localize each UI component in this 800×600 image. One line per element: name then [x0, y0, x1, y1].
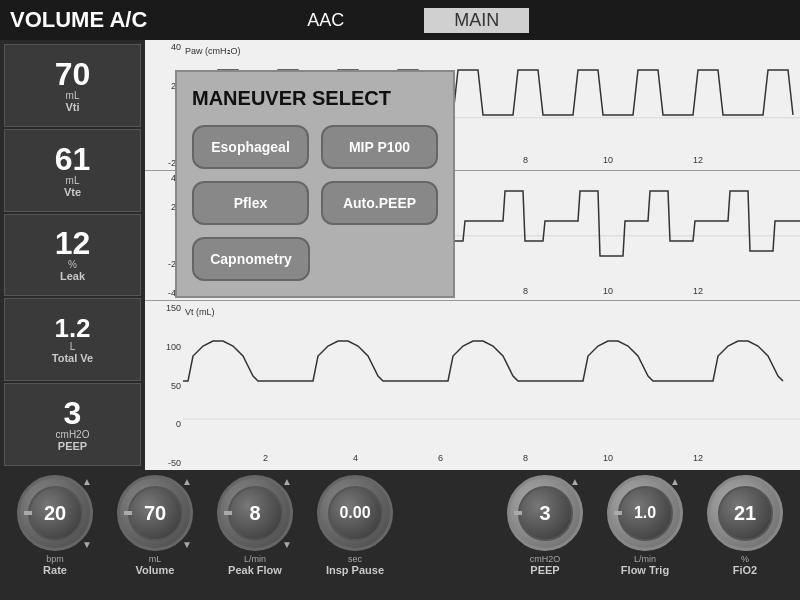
rate-down-arrow[interactable]: ▼ — [82, 539, 92, 550]
maneuver-title: MANEUVER SELECT — [192, 87, 438, 110]
vte-value: 61 — [55, 143, 91, 175]
volume-up-arrow[interactable]: ▲ — [182, 476, 192, 487]
charts-area: 40200-20 Paw (cmH₂O) 2 4 6 8 10 12 40200… — [145, 40, 800, 470]
svg-text:4: 4 — [353, 454, 358, 464]
metric-peep: 3 cmH2O PEEP — [4, 383, 141, 466]
fio2-value: 21 — [734, 502, 756, 525]
insp-pause-unit: sec — [326, 554, 384, 564]
vt-y-axis: 150100500-50 — [145, 301, 183, 470]
metric-leak: 12 % Leak — [4, 214, 141, 297]
maneuver-single-row: Capnometry — [192, 237, 438, 281]
total-ve-label: Total Ve — [52, 352, 93, 364]
aac-label: AAC — [307, 10, 344, 31]
leak-unit: % — [68, 259, 77, 270]
vt-svg: Vt (mL) 2 4 6 8 10 12 — [183, 301, 800, 470]
rate-value: 20 — [44, 502, 66, 525]
svg-text:12: 12 — [693, 286, 703, 296]
metric-vte: 61 mL Vte — [4, 129, 141, 212]
svg-text:10: 10 — [603, 155, 613, 165]
total-ve-value: 1.2 — [54, 315, 90, 341]
peep-right-unit: cmH2O — [530, 554, 561, 564]
peep-knob-group: ▲ 3 cmH2O PEEP — [495, 475, 595, 576]
volume-down-arrow[interactable]: ▼ — [182, 539, 192, 550]
flow-trig-unit: L/min — [621, 554, 669, 564]
fio2-knob[interactable]: 21 — [707, 475, 783, 551]
fio2-label: FiO2 — [733, 564, 757, 576]
volume-label: Volume — [136, 564, 175, 576]
svg-text:10: 10 — [603, 286, 613, 296]
volume-value: 70 — [144, 502, 166, 525]
rate-knob[interactable]: ▲ 20 ▼ — [17, 475, 93, 551]
main-label: MAIN — [424, 8, 529, 33]
page-title: VOLUME A/C — [10, 7, 147, 33]
flow-trig-label: Flow Trig — [621, 564, 669, 576]
peep-label: PEEP — [58, 440, 87, 452]
vti-label: Vti — [65, 101, 79, 113]
flow-trig-up-arrow[interactable]: ▲ — [670, 476, 680, 487]
svg-text:Paw (cmH₂O): Paw (cmH₂O) — [185, 46, 241, 56]
svg-text:2: 2 — [263, 454, 268, 464]
flow-trig-label-area: L/min Flow Trig — [621, 554, 669, 576]
flow-trig-knob-group: ▲ 1.0 L/min Flow Trig — [595, 475, 695, 576]
flow-trig-value: 1.0 — [634, 504, 656, 522]
maneuver-capnometry-btn[interactable]: Capnometry — [192, 237, 310, 281]
leak-value: 12 — [55, 227, 91, 259]
peak-flow-unit: L/min — [228, 554, 282, 564]
peep-right-value: 3 — [539, 502, 550, 525]
main-area: 70 mL Vti 61 mL Vte 12 % Leak 1.2 L Tota… — [0, 40, 800, 470]
volume-knob[interactable]: ▲ 70 ▼ — [117, 475, 193, 551]
fio2-unit: % — [733, 554, 757, 564]
header: VOLUME A/C AAC MAIN — [0, 0, 800, 40]
volume-knob-group: ▲ 70 ▼ mL Volume — [105, 475, 205, 576]
maneuver-mip-btn[interactable]: MIP P100 — [321, 125, 438, 169]
peak-flow-up-arrow[interactable]: ▲ — [282, 476, 292, 487]
bottom-controls: ▲ 20 ▼ bpm Rate ▲ 70 — [0, 470, 800, 600]
maneuver-autopeep-btn[interactable]: Auto.PEEP — [321, 181, 438, 225]
peak-flow-knob-group: ▲ 8 ▼ L/min Peak Flow — [205, 475, 305, 576]
vte-unit: mL — [66, 175, 80, 186]
vti-value: 70 — [55, 58, 91, 90]
peak-flow-value: 8 — [249, 502, 260, 525]
fio2-knob-group: 21 % FiO2 — [695, 475, 795, 576]
svg-text:8: 8 — [523, 286, 528, 296]
volume-label-area: mL Volume — [136, 554, 175, 576]
total-ve-unit: L — [70, 341, 76, 352]
peep-knob[interactable]: ▲ 3 — [507, 475, 583, 551]
insp-pause-label-area: sec Insp Pause — [326, 554, 384, 576]
peak-flow-label-area: L/min Peak Flow — [228, 554, 282, 576]
metric-total-ve: 1.2 L Total Ve — [4, 298, 141, 381]
peak-flow-down-arrow[interactable]: ▼ — [282, 539, 292, 550]
left-panel: 70 mL Vti 61 mL Vte 12 % Leak 1.2 L Tota… — [0, 40, 145, 470]
maneuver-esophageal-btn[interactable]: Esophageal — [192, 125, 309, 169]
vte-label: Vte — [64, 186, 81, 198]
rate-up-arrow[interactable]: ▲ — [82, 476, 92, 487]
peep-right-label-area: cmH2O PEEP — [530, 554, 561, 576]
bottom-area: ▲ 20 ▼ bpm Rate ▲ 70 — [0, 470, 800, 600]
svg-text:Vt (mL): Vt (mL) — [185, 307, 215, 317]
peep-value: 3 — [64, 397, 82, 429]
peep-right-label: PEEP — [530, 564, 561, 576]
metric-vti: 70 mL Vti — [4, 44, 141, 127]
insp-pause-knob[interactable]: 0.00 — [317, 475, 393, 551]
maneuver-overlay: MANEUVER SELECT Esophageal MIP P100 Pfle… — [175, 70, 455, 298]
svg-text:10: 10 — [603, 454, 613, 464]
svg-text:12: 12 — [693, 155, 703, 165]
rate-knob-group: ▲ 20 ▼ bpm Rate — [5, 475, 105, 576]
rate-label-area: bpm Rate — [43, 554, 67, 576]
volume-unit: mL — [136, 554, 175, 564]
peep-unit: cmH2O — [56, 429, 90, 440]
peep-up-arrow[interactable]: ▲ — [570, 476, 580, 487]
fio2-label-area: % FiO2 — [733, 554, 757, 576]
leak-label: Leak — [60, 270, 85, 282]
flow-trig-knob[interactable]: ▲ 1.0 — [607, 475, 683, 551]
maneuver-grid: Esophageal MIP P100 Pflex Auto.PEEP — [192, 125, 438, 225]
svg-text:8: 8 — [523, 454, 528, 464]
peak-flow-label: Peak Flow — [228, 564, 282, 576]
insp-pause-label: Insp Pause — [326, 564, 384, 576]
rate-label: Rate — [43, 564, 67, 576]
peak-flow-knob[interactable]: ▲ 8 ▼ — [217, 475, 293, 551]
vt-chart: 150100500-50 Vt (mL) 2 4 6 8 10 12 — [145, 301, 800, 470]
maneuver-pflex-btn[interactable]: Pflex — [192, 181, 309, 225]
svg-text:12: 12 — [693, 454, 703, 464]
insp-pause-knob-group: 0.00 sec Insp Pause — [305, 475, 405, 576]
